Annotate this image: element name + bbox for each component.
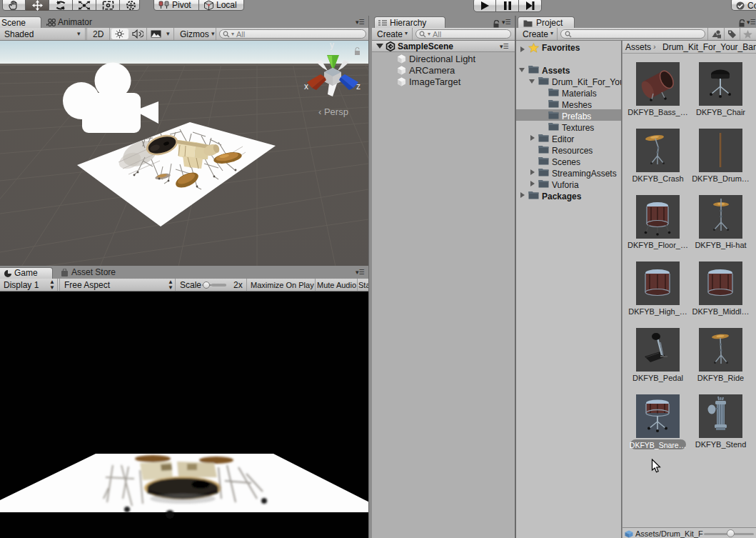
svg-text:x: x: [304, 81, 308, 91]
svg-text:z: z: [356, 81, 361, 91]
svg-text:‹ Persp: ‹ Persp: [318, 106, 348, 117]
svg-text:y: y: [330, 41, 334, 50]
